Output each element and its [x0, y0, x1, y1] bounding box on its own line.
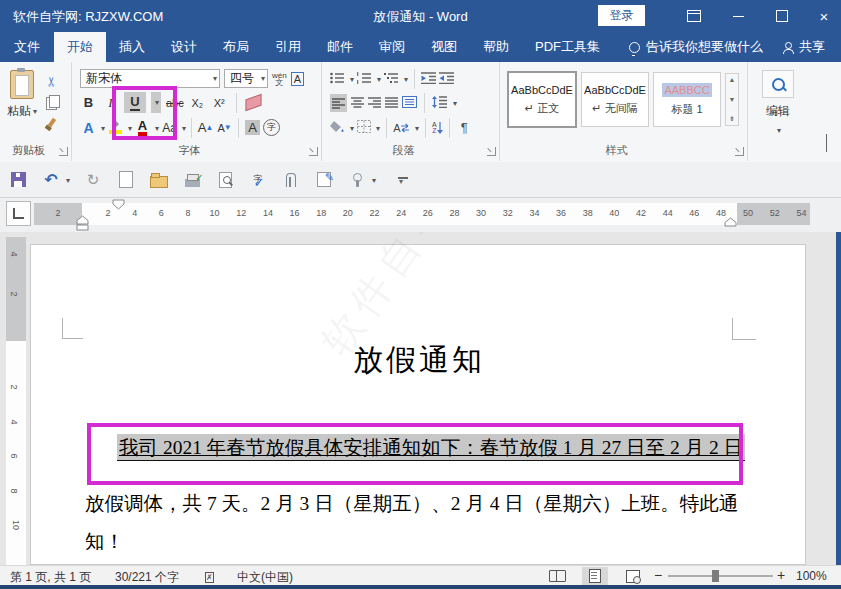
- text-effects-dropdown[interactable]: [99, 119, 105, 137]
- touch-mode-button[interactable]: [347, 170, 367, 190]
- borders-dropdown[interactable]: [374, 119, 380, 137]
- character-shading-button[interactable]: A: [244, 117, 261, 138]
- align-center-button[interactable]: [351, 94, 364, 112]
- bullets-button[interactable]: [330, 70, 345, 88]
- shrink-font-button[interactable]: A▼: [216, 117, 233, 138]
- text-effects-button[interactable]: A: [80, 117, 97, 138]
- sort-button[interactable]: AZ: [432, 122, 443, 134]
- cut-icon[interactable]: ✂: [44, 76, 59, 87]
- zoom-level[interactable]: 100%: [796, 569, 827, 583]
- edit-dropdown[interactable]: [758, 121, 798, 139]
- line-spacing-dropdown[interactable]: [451, 94, 457, 112]
- save-button[interactable]: [8, 170, 28, 190]
- font-size-combo[interactable]: 四号: [224, 69, 268, 88]
- login-button[interactable]: 登录: [598, 5, 645, 26]
- font-dialog-launcher[interactable]: [309, 147, 318, 156]
- edit-button[interactable]: 编辑: [758, 70, 798, 139]
- close-button[interactable]: ×: [807, 0, 841, 32]
- zoom-in-button[interactable]: +: [777, 567, 785, 583]
- proofing-status[interactable]: ✗: [205, 569, 214, 584]
- open-button[interactable]: [149, 170, 169, 190]
- paragraph-body[interactable]: 放假调体，共 7 天。2 月 3 日（星期五）、2 月 4 日（星期六）上班。特…: [85, 490, 738, 517]
- tab-pdf-tools[interactable]: PDF工具集: [522, 32, 613, 62]
- paste-button[interactable]: 粘贴: [4, 70, 40, 120]
- right-indent-marker[interactable]: [724, 217, 737, 227]
- minimize-button[interactable]: [721, 0, 755, 32]
- line-spacing-button[interactable]: [432, 94, 447, 112]
- clear-formatting-button[interactable]: [245, 94, 262, 112]
- tab-references[interactable]: 引用: [262, 32, 314, 62]
- touch-mode-dropdown[interactable]: [370, 171, 376, 189]
- style-normal[interactable]: AaBbCcDdE ↵ 正文: [507, 71, 577, 128]
- h-ruler[interactable]: 2246810121416182022242628303234363840424…: [34, 203, 810, 225]
- edit-document-button[interactable]: [314, 170, 334, 190]
- tab-home[interactable]: 开始: [54, 32, 106, 62]
- document-page[interactable]: 软件自学网 放假通知 我司 2021 年春节放假具体安排通知如下：春节放假 1 …: [30, 244, 806, 565]
- styles-more-icon[interactable]: ⇟: [729, 115, 735, 123]
- web-layout-button[interactable]: [620, 567, 646, 585]
- superscript-button[interactable]: X²: [211, 92, 228, 113]
- tab-file[interactable]: 文件: [0, 32, 54, 62]
- tab-help[interactable]: 帮助: [470, 32, 522, 62]
- numbering-dropdown[interactable]: [375, 70, 381, 88]
- hanging-indent-marker[interactable]: [76, 215, 89, 231]
- read-mode-button[interactable]: [544, 567, 570, 585]
- asian-layout-button[interactable]: A: [393, 117, 410, 138]
- tab-design[interactable]: 设计: [158, 32, 210, 62]
- distribute-button[interactable]: [402, 94, 417, 112]
- collapse-ribbon-button[interactable]: [826, 135, 827, 153]
- undo-dropdown[interactable]: [64, 171, 70, 189]
- maximize-button[interactable]: [765, 0, 799, 32]
- print-preview-button[interactable]: [215, 170, 235, 190]
- format-painter-icon[interactable]: [47, 118, 55, 128]
- decrease-indent-button[interactable]: [421, 70, 436, 88]
- character-border-button[interactable]: A: [291, 72, 304, 86]
- tell-me-box[interactable]: 告诉我你想要做什么: [629, 32, 763, 62]
- new-document-button[interactable]: [116, 170, 136, 190]
- multilevel-list-button[interactable]: [384, 70, 399, 88]
- print-layout-button[interactable]: [582, 567, 608, 585]
- copy-icon[interactable]: [46, 97, 57, 110]
- tab-view[interactable]: 视图: [418, 32, 470, 62]
- paragraph-dialog-launcher[interactable]: [487, 147, 496, 156]
- multilevel-dropdown[interactable]: [402, 70, 408, 88]
- tab-review[interactable]: 审阅: [366, 32, 418, 62]
- shading-dropdown[interactable]: [348, 119, 354, 137]
- ribbon-display-options-button[interactable]: [677, 0, 711, 32]
- bullets-dropdown[interactable]: [348, 70, 354, 88]
- zoom-slider[interactable]: [668, 575, 773, 577]
- customize-toolbar-button[interactable]: [393, 170, 413, 190]
- clipboard-dialog-launcher[interactable]: [59, 147, 68, 156]
- grow-font-button[interactable]: A▲: [197, 117, 214, 138]
- tab-layout[interactable]: 布局: [210, 32, 262, 62]
- styles-dialog-launcher[interactable]: [735, 147, 744, 156]
- align-left-button[interactable]: [330, 94, 347, 112]
- zoom-out-button[interactable]: −: [654, 567, 662, 583]
- numbering-button[interactable]: [357, 70, 372, 88]
- increase-indent-button[interactable]: [439, 70, 454, 88]
- language-indicator[interactable]: 中文(中国): [237, 569, 293, 586]
- subscript-button[interactable]: X₂: [189, 92, 206, 113]
- enclose-characters-button[interactable]: 字: [263, 119, 280, 136]
- page-indicator[interactable]: 第 1 页, 共 1 页: [10, 569, 91, 586]
- styles-scrollbar[interactable]: ▲ ▼ ⇟: [725, 73, 739, 126]
- tab-mailings[interactable]: 邮件: [314, 32, 366, 62]
- spelling-grammar-button[interactable]: 字: [248, 170, 268, 190]
- paragraph-body-2[interactable]: 知！: [85, 528, 124, 555]
- first-line-indent-marker[interactable]: [112, 199, 125, 210]
- change-case-dropdown[interactable]: [180, 119, 186, 137]
- scroll-up-icon[interactable]: ▲: [729, 76, 736, 83]
- show-hide-marks-button[interactable]: ¶: [456, 117, 473, 138]
- style-no-spacing[interactable]: AaBbCcDdE ↵ 无间隔: [581, 72, 649, 127]
- scroll-down-icon[interactable]: ▼: [729, 96, 736, 103]
- redo-button[interactable]: ↻: [83, 170, 103, 190]
- tab-insert[interactable]: 插入: [106, 32, 158, 62]
- attachment-button[interactable]: [281, 170, 301, 190]
- asian-layout-dropdown[interactable]: [413, 119, 419, 137]
- share-button[interactable]: 共享: [783, 32, 825, 62]
- phonetic-guide-button[interactable]: wén文: [272, 72, 287, 86]
- borders-button[interactable]: [357, 119, 371, 137]
- align-right-button[interactable]: [368, 94, 381, 112]
- shading-button[interactable]: [330, 119, 345, 137]
- v-ruler[interactable]: 42246810: [6, 237, 26, 565]
